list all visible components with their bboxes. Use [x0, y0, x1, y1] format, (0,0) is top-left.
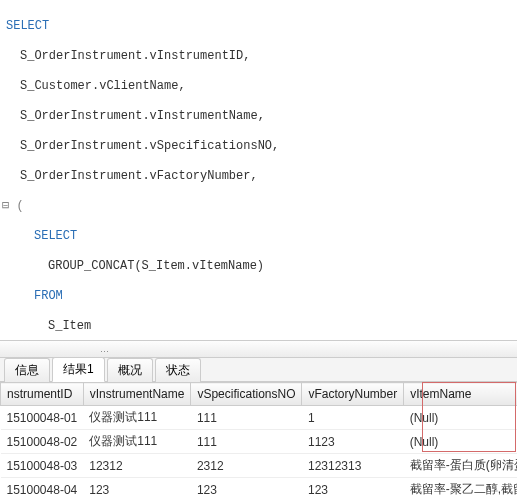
col-vinstrumentname[interactable]: vInstrumentName: [83, 383, 191, 406]
results-grid[interactable]: nstrumentID vInstrumentName vSpecificati…: [0, 382, 517, 500]
results-tabs: 信息 结果1 概况 状态: [0, 358, 517, 382]
table-row[interactable]: 15100048-02 仪器测试111 111 1123 (Null): [1, 430, 518, 454]
col-instrumentid[interactable]: nstrumentID: [1, 383, 84, 406]
splitter-grip-icon: ⋯: [100, 347, 111, 357]
col-vitemname[interactable]: vItemName: [404, 383, 517, 406]
tab-status[interactable]: 状态: [155, 358, 201, 382]
cell-itemname[interactable]: (Null): [404, 406, 517, 430]
tab-info[interactable]: 信息: [4, 358, 50, 382]
cell-name[interactable]: 仪器测试111: [83, 430, 191, 454]
table-row[interactable]: 15100048-04 123 123 123 截留率-聚乙二醇,截留率-: [1, 478, 518, 501]
cell-id[interactable]: 15100048-04: [1, 478, 84, 501]
pane-splitter[interactable]: ⋯: [0, 340, 517, 358]
cell-name[interactable]: 123: [83, 478, 191, 501]
col-vspecificationsno[interactable]: vSpecificationsNO: [191, 383, 302, 406]
cell-itemname[interactable]: 截留率-聚乙二醇,截留率-: [404, 478, 517, 501]
tab-result1[interactable]: 结果1: [52, 357, 105, 382]
cell-spec[interactable]: 2312: [191, 454, 302, 478]
cell-id[interactable]: 15100048-02: [1, 430, 84, 454]
sql-editor[interactable]: SELECT S_OrderInstrument.vInstrumentID, …: [0, 0, 517, 340]
cell-spec[interactable]: 111: [191, 430, 302, 454]
col-vfactorynumber[interactable]: vFactoryNumber: [302, 383, 404, 406]
cell-spec[interactable]: 123: [191, 478, 302, 501]
table-row[interactable]: 15100048-03 12312 2312 12312313 截留率-蛋白质(…: [1, 454, 518, 478]
cell-itemname[interactable]: 截留率-蛋白质(卵清蛋白),: [404, 454, 517, 478]
cell-factory[interactable]: 12312313: [302, 454, 404, 478]
header-row: nstrumentID vInstrumentName vSpecificati…: [1, 383, 518, 406]
cell-id[interactable]: 15100048-03: [1, 454, 84, 478]
cell-name[interactable]: 12312: [83, 454, 191, 478]
cell-spec[interactable]: 111: [191, 406, 302, 430]
kw-select: SELECT: [6, 19, 49, 33]
cell-factory[interactable]: 1: [302, 406, 404, 430]
tab-profile[interactable]: 概况: [107, 358, 153, 382]
table-row[interactable]: 15100048-01 仪器测试111 111 1 (Null): [1, 406, 518, 430]
cell-id[interactable]: 15100048-01: [1, 406, 84, 430]
cell-itemname[interactable]: (Null): [404, 430, 517, 454]
cell-factory[interactable]: 1123: [302, 430, 404, 454]
cell-factory[interactable]: 123: [302, 478, 404, 501]
cell-name[interactable]: 仪器测试111: [83, 406, 191, 430]
